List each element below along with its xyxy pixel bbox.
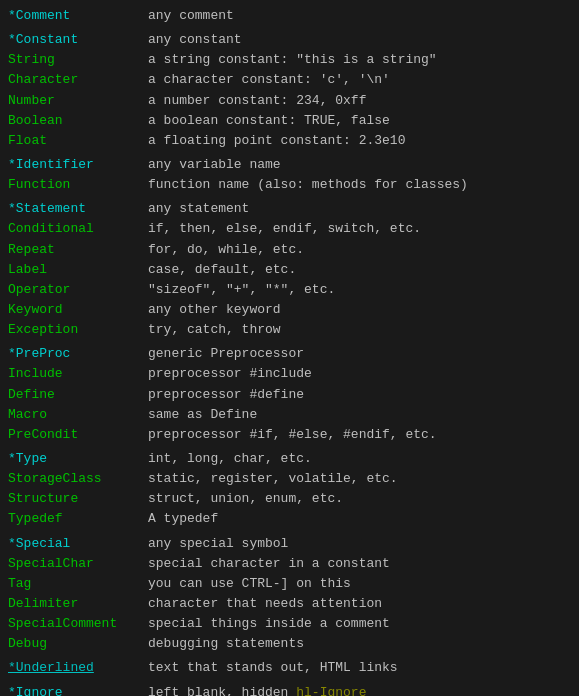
- sub-label: SpecialChar: [8, 556, 94, 571]
- list-item: Functionfunction name (also: methods for…: [8, 175, 571, 195]
- list-item: SpecialCharspecial character in a consta…: [8, 554, 571, 574]
- item-desc: special things inside a comment: [148, 614, 390, 634]
- item-label: StorageClass: [8, 469, 148, 489]
- sub-label: Float: [8, 133, 47, 148]
- list-item: Charactera character constant: 'c', '\n': [8, 70, 571, 90]
- sub-label: Delimiter: [8, 596, 78, 611]
- item-desc: "sizeof", "+", "*", etc.: [148, 280, 335, 300]
- section-label: *Constant: [8, 32, 78, 47]
- item-label: SpecialChar: [8, 554, 148, 574]
- list-item: *Typeint, long, char, etc.: [8, 449, 571, 469]
- list-item: Structurestruct, union, enum, etc.: [8, 489, 571, 509]
- list-item: Keywordany other keyword: [8, 300, 571, 320]
- item-label: Number: [8, 91, 148, 111]
- item-label: Typedef: [8, 509, 148, 529]
- item-label: Include: [8, 364, 148, 384]
- item-label: PreCondit: [8, 425, 148, 445]
- item-label: Label: [8, 260, 148, 280]
- item-desc: a boolean constant: TRUE, false: [148, 111, 390, 131]
- hl-ignore-text: hl-Ignore: [296, 685, 366, 697]
- item-label: Character: [8, 70, 148, 90]
- item-label: Repeat: [8, 240, 148, 260]
- item-desc: preprocessor #if, #else, #endif, etc.: [148, 425, 437, 445]
- list-item: *Commentany comment: [8, 6, 571, 26]
- list-item: Tagyou can use CTRL-] on this: [8, 574, 571, 594]
- list-item: Includepreprocessor #include: [8, 364, 571, 384]
- list-item: Stringa string constant: "this is a stri…: [8, 50, 571, 70]
- item-desc: any variable name: [148, 155, 281, 175]
- item-label: Boolean: [8, 111, 148, 131]
- list-item: *Specialany special symbol: [8, 534, 571, 554]
- list-item: Debugdebugging statements: [8, 634, 571, 654]
- item-desc: a string constant: "this is a string": [148, 50, 437, 70]
- item-desc: text that stands out, HTML links: [148, 658, 398, 678]
- list-item: Definepreprocessor #define: [8, 385, 571, 405]
- item-desc: a floating point constant: 2.3e10: [148, 131, 405, 151]
- list-item: *Constantany constant: [8, 30, 571, 50]
- sub-label: SpecialComment: [8, 616, 117, 631]
- list-item: *PreProcgeneric Preprocessor: [8, 344, 571, 364]
- section-label: *Identifier: [8, 157, 94, 172]
- list-item: *Ignoreleft blank, hidden hl-Ignore: [8, 683, 571, 697]
- list-item: Conditionalif, then, else, endif, switch…: [8, 219, 571, 239]
- item-desc: function name (also: methods for classes…: [148, 175, 468, 195]
- list-item: Numbera number constant: 234, 0xff: [8, 91, 571, 111]
- sub-label: String: [8, 52, 55, 67]
- sub-label: Repeat: [8, 242, 55, 257]
- sub-label: Function: [8, 177, 70, 192]
- item-desc: struct, union, enum, etc.: [148, 489, 343, 509]
- item-desc: preprocessor #define: [148, 385, 304, 405]
- item-label: *PreProc: [8, 344, 148, 364]
- rows-container: *Commentany comment*Constantany constant…: [8, 6, 571, 696]
- sub-label: Define: [8, 387, 55, 402]
- item-desc: character that needs attention: [148, 594, 382, 614]
- item-desc: any other keyword: [148, 300, 281, 320]
- item-label: Float: [8, 131, 148, 151]
- item-desc: any comment: [148, 6, 234, 26]
- list-item: Booleana boolean constant: TRUE, false: [8, 111, 571, 131]
- sub-label: PreCondit: [8, 427, 78, 442]
- sub-label: Keyword: [8, 302, 63, 317]
- section-label: *Ignore: [8, 685, 63, 697]
- sub-label: Debug: [8, 636, 47, 651]
- item-desc: static, register, volatile, etc.: [148, 469, 398, 489]
- list-item: PreConditpreprocessor #if, #else, #endif…: [8, 425, 571, 445]
- item-label: Define: [8, 385, 148, 405]
- item-desc: for, do, while, etc.: [148, 240, 304, 260]
- list-item: *Underlinedtext that stands out, HTML li…: [8, 658, 571, 678]
- section-label: *Special: [8, 536, 70, 551]
- sub-label: Label: [8, 262, 47, 277]
- list-item: *Identifierany variable name: [8, 155, 571, 175]
- list-item: Repeatfor, do, while, etc.: [8, 240, 571, 260]
- list-item: StorageClassstatic, register, volatile, …: [8, 469, 571, 489]
- item-desc: any statement: [148, 199, 249, 219]
- list-item: TypedefA typedef: [8, 509, 571, 529]
- list-item: Labelcase, default, etc.: [8, 260, 571, 280]
- item-desc: if, then, else, endif, switch, etc.: [148, 219, 421, 239]
- main-content: *Commentany comment*Constantany constant…: [0, 0, 579, 696]
- section-label: *Type: [8, 451, 47, 466]
- sub-label: Operator: [8, 282, 70, 297]
- sub-label: Conditional: [8, 221, 94, 236]
- item-desc: int, long, char, etc.: [148, 449, 312, 469]
- item-desc: any constant: [148, 30, 242, 50]
- item-label: Debug: [8, 634, 148, 654]
- sub-label: Typedef: [8, 511, 63, 526]
- item-label: String: [8, 50, 148, 70]
- underlined-label: *Underlined: [8, 660, 94, 675]
- item-label: Delimiter: [8, 594, 148, 614]
- item-desc: special character in a constant: [148, 554, 390, 574]
- item-label: *Underlined: [8, 658, 148, 678]
- section-label: *PreProc: [8, 346, 70, 361]
- item-label: Operator: [8, 280, 148, 300]
- item-label: Macro: [8, 405, 148, 425]
- sub-label: Include: [8, 366, 63, 381]
- item-desc: generic Preprocessor: [148, 344, 304, 364]
- item-label: *Type: [8, 449, 148, 469]
- list-item: Operator"sizeof", "+", "*", etc.: [8, 280, 571, 300]
- item-desc: left blank, hidden hl-Ignore: [148, 683, 366, 697]
- sub-label: Number: [8, 93, 55, 108]
- item-desc: same as Define: [148, 405, 257, 425]
- list-item: Floata floating point constant: 2.3e10: [8, 131, 571, 151]
- item-label: *Comment: [8, 6, 148, 26]
